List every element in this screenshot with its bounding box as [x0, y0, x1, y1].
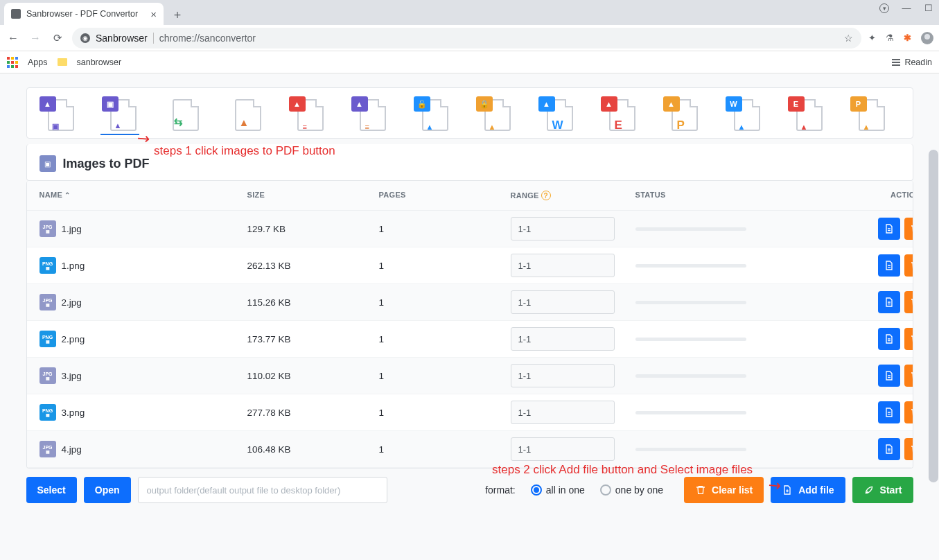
reading-label[interactable]: Readin	[904, 58, 932, 67]
file-pages: 1	[379, 297, 511, 308]
select-button[interactable]: Select	[26, 477, 77, 503]
tool-excel-to-pdf[interactable]: E▲	[787, 96, 825, 135]
range-input[interactable]	[511, 290, 615, 314]
start-button[interactable]: Start	[852, 477, 913, 503]
col-name[interactable]: NAME	[40, 191, 247, 200]
extensions-icon[interactable]: ✦	[868, 33, 876, 43]
file-name: 4.jpg	[62, 444, 82, 455]
progress-bar	[635, 448, 746, 451]
tab-close-icon[interactable]: ×	[150, 8, 157, 20]
nav-extensions: ✦ ⚗ ✱	[868, 32, 933, 44]
tool-split-pdf[interactable]: ▲	[225, 96, 264, 135]
delete-file-button[interactable]	[904, 328, 913, 350]
back-button[interactable]: ←	[6, 32, 21, 44]
view-file-button[interactable]	[878, 291, 900, 313]
tool-lock-pdf[interactable]: 🔒▲	[475, 96, 514, 135]
table-row: PNG▦3.png277.78 KB1	[27, 394, 913, 431]
radio-all-in-one[interactable]: all in one	[531, 484, 585, 496]
delete-file-button[interactable]	[904, 291, 913, 313]
file-pages: 1	[379, 261, 511, 271]
extension-orange-icon[interactable]: ✱	[904, 33, 911, 43]
tool-pdf-to-image[interactable]: ▲▣	[38, 96, 77, 135]
table-row: PNG▦2.png173.77 KB1	[27, 321, 913, 358]
file-pages: 1	[379, 334, 511, 344]
view-file-button[interactable]	[878, 365, 900, 387]
range-input[interactable]	[511, 401, 615, 424]
range-input[interactable]	[511, 437, 615, 461]
clear-list-button[interactable]: Clear list	[684, 477, 764, 503]
dropdown-icon[interactable]: ▾	[879, 3, 889, 13]
jpg-file-icon: JPG▦	[40, 220, 56, 237]
bookmark-sanbrowser[interactable]: sanbrowser	[77, 58, 122, 67]
col-range[interactable]: RANGE?	[511, 191, 635, 200]
radio-one-by-one[interactable]: one by one	[600, 484, 663, 496]
table-row: JPG▦4.jpg106.48 KB1	[27, 431, 913, 468]
bookmarks-bar: Apps sanbrowser Readin	[0, 51, 939, 73]
flask-icon[interactable]: ⚗	[886, 33, 894, 43]
file-name-cell: JPG▦3.jpg	[40, 367, 247, 384]
page-scrollbar[interactable]	[928, 150, 939, 484]
view-file-button[interactable]	[878, 254, 900, 277]
range-input[interactable]	[511, 364, 615, 387]
tab-title: Sanbrowser - PDF Convertor	[26, 9, 138, 19]
apps-icon[interactable]	[7, 57, 18, 68]
delete-file-button[interactable]	[904, 218, 913, 240]
file-name-cell: PNG▦3.png	[40, 404, 247, 421]
tool-pdf-to-text[interactable]: ▲≡	[350, 96, 389, 135]
range-input[interactable]	[511, 217, 615, 240]
delete-file-button[interactable]	[904, 401, 913, 423]
file-name: 3.png	[62, 408, 85, 418]
add-file-icon	[782, 484, 793, 496]
delete-file-button[interactable]	[904, 365, 913, 387]
tool-pdf-to-excel[interactable]: ▲E	[599, 96, 638, 135]
range-input[interactable]	[511, 327, 615, 351]
url-text: chrome://sanconvertor	[159, 33, 256, 44]
delete-file-button[interactable]	[904, 438, 913, 460]
col-pages[interactable]: PAGES	[379, 191, 511, 200]
tool-pdf-to-word[interactable]: ▲W	[537, 96, 576, 135]
file-name: 1.png	[62, 261, 85, 271]
browser-tab[interactable]: Sanbrowser - PDF Convertor ×	[4, 3, 164, 25]
view-file-button[interactable]	[878, 438, 900, 460]
apps-label[interactable]: Apps	[28, 58, 48, 67]
col-actions: ACTIONS	[823, 191, 913, 200]
output-folder-input[interactable]: output folder(default output file to des…	[138, 477, 387, 503]
reading-list-icon[interactable]	[892, 59, 900, 66]
annotation-step1: steps 1 click images to PDF button	[154, 144, 335, 158]
delete-file-button[interactable]	[904, 254, 913, 277]
new-tab-button[interactable]: +	[168, 6, 187, 25]
tool-pdf-to-ppt[interactable]: ▲P	[662, 96, 701, 135]
progress-bar	[635, 264, 746, 268]
tool-images-to-pdf[interactable]: ▣▲	[100, 96, 139, 135]
profile-avatar[interactable]	[921, 32, 933, 44]
col-size[interactable]: SIZE	[247, 191, 379, 200]
forward-button[interactable]: →	[28, 32, 43, 44]
tool-ppt-to-pdf[interactable]: P▲	[849, 96, 888, 135]
file-pages: 1	[379, 224, 511, 234]
bookmark-star-icon[interactable]: ☆	[844, 33, 853, 44]
progress-bar	[635, 338, 746, 341]
tool-unlock-pdf[interactable]: 🔓▲	[412, 96, 451, 135]
open-button[interactable]: Open	[84, 477, 131, 503]
help-icon[interactable]: ?	[541, 191, 551, 200]
minimize-button[interactable]: —	[902, 3, 911, 13]
file-size: 115.26 KB	[247, 297, 379, 308]
tool-word-to-pdf[interactable]: W▲	[724, 96, 763, 135]
range-input[interactable]	[511, 254, 615, 277]
maximize-button[interactable]: ☐	[924, 3, 933, 13]
view-file-button[interactable]	[878, 218, 900, 240]
address-bar[interactable]: ◉ Sanbrowser chrome://sanconvertor ☆	[72, 28, 861, 49]
file-name: 1.jpg	[62, 224, 82, 234]
trash-icon	[695, 484, 706, 496]
file-pages: 1	[379, 408, 511, 418]
tool-compress-pdf[interactable]: ▲≡	[288, 96, 326, 135]
view-file-button[interactable]	[878, 328, 900, 350]
file-size: 262.13 KB	[247, 261, 379, 271]
site-icon: ◉	[80, 33, 90, 43]
view-file-button[interactable]	[878, 401, 900, 423]
tool-merge-pdf[interactable]: ⇆	[163, 96, 202, 135]
file-name: 2.png	[62, 334, 85, 344]
col-status[interactable]: STATUS	[635, 191, 823, 200]
table-row: JPG▦1.jpg129.7 KB1	[27, 211, 913, 247]
reload-button[interactable]: ⟳	[50, 32, 65, 44]
